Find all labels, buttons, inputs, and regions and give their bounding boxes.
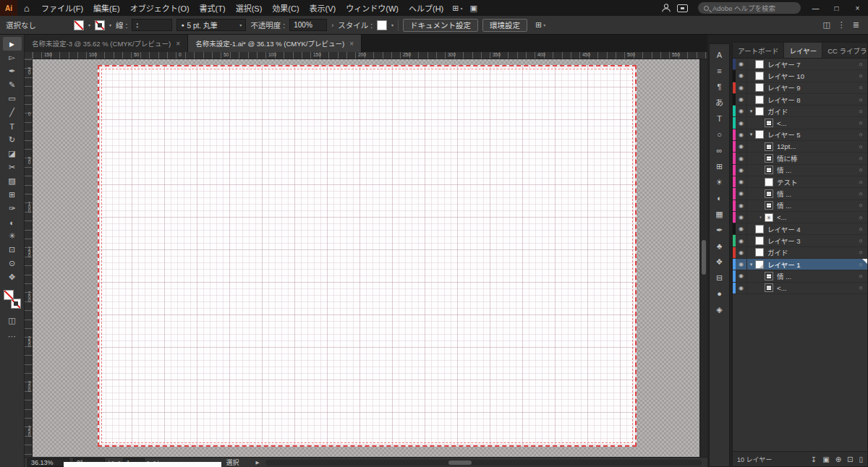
panel-tab[interactable]: レイヤー xyxy=(784,43,822,58)
fill-stroke-indicator[interactable] xyxy=(4,290,21,309)
menu-item[interactable]: 書式(T) xyxy=(195,0,231,16)
menu-item[interactable]: 効果(C) xyxy=(267,0,304,16)
eraser-tool[interactable]: ◪ xyxy=(3,147,22,160)
document-setup-button[interactable]: ドキュメント設定 xyxy=(403,19,478,32)
brushes-panel-icon[interactable]: ✒ xyxy=(716,226,723,235)
align-panel-icon[interactable]: ⊟ xyxy=(716,273,723,283)
rectangle-tool[interactable]: ▭ xyxy=(3,92,22,106)
target-circle-icon[interactable]: ○ xyxy=(854,284,867,291)
panel-tab[interactable]: CC ライブラリ xyxy=(822,43,868,58)
illustrator-app-icon[interactable]: Ai xyxy=(0,0,17,16)
fill-none-swatch[interactable] xyxy=(4,290,14,300)
appearance-panel-icon[interactable]: ○ xyxy=(717,130,722,140)
layer-name[interactable]: <... xyxy=(777,284,854,292)
layer-name[interactable]: テスト xyxy=(777,177,854,187)
visibility-toggle-icon[interactable]: ◉ xyxy=(736,247,747,258)
stroke-none-swatch[interactable] xyxy=(11,299,21,309)
visibility-toggle-icon[interactable]: ◉ xyxy=(736,106,747,116)
layer-row[interactable]: ◉ ▾ レイヤー 1 ○ xyxy=(733,259,867,270)
chevron-down-icon[interactable]: ▾ xyxy=(391,22,393,27)
fill-color-swatch[interactable] xyxy=(74,20,84,30)
layer-row[interactable]: ◉ ガイド ○ xyxy=(733,247,867,259)
visibility-toggle-icon[interactable]: ◉ xyxy=(736,70,747,81)
symbol-sprayer-tool[interactable]: ✳ xyxy=(3,229,22,243)
visibility-toggle-icon[interactable]: ◉ xyxy=(736,94,747,105)
menu-item[interactable]: ファイル(F) xyxy=(36,0,88,16)
visibility-toggle-icon[interactable]: ◉ xyxy=(736,212,747,223)
expand-arrow-icon[interactable]: ▾ xyxy=(747,262,755,267)
character-panel-icon[interactable]: A xyxy=(717,51,722,60)
document-tab[interactable]: 名称未設定-1.ai* @ 36.13 % (CMYK/プレビュー) × xyxy=(188,35,362,52)
target-circle-icon[interactable]: ○ xyxy=(854,84,867,91)
target-circle-icon[interactable]: ○ xyxy=(854,273,867,280)
vertical-scrollbar-thumb[interactable] xyxy=(702,240,706,275)
target-circle-icon[interactable]: ○ xyxy=(854,261,867,268)
minimize-button[interactable]: — xyxy=(805,0,826,16)
account-icon[interactable] xyxy=(661,3,671,13)
layer-row[interactable]: ◉ レイヤー 7 ○ xyxy=(733,59,867,70)
transparency-panel-icon[interactable]: ◐ xyxy=(717,194,722,203)
visibility-toggle-icon[interactable]: ◉ xyxy=(736,200,747,211)
layer-name[interactable]: 情 ... xyxy=(777,271,854,281)
layer-name[interactable]: レイヤー 5 xyxy=(767,129,854,140)
visibility-toggle-icon[interactable]: ◉ xyxy=(736,141,747,152)
layer-name[interactable]: 情 ... xyxy=(777,165,854,175)
visibility-toggle-icon[interactable]: ◉ xyxy=(736,283,747,294)
panel-tab[interactable]: アートボード xyxy=(733,43,784,58)
horizontal-scrollbar-thumb[interactable] xyxy=(448,460,472,465)
curvature-tool[interactable]: ✎ xyxy=(3,78,22,92)
visibility-toggle-icon[interactable]: ◉ xyxy=(736,165,747,176)
visibility-toggle-icon[interactable]: ◉ xyxy=(736,259,747,270)
paragraph-panel-icon[interactable]: ≡ xyxy=(717,67,721,76)
control-panel-menu-icon[interactable]: ⊞ ▾ xyxy=(532,20,549,30)
menu-item[interactable]: ヘルプ(H) xyxy=(404,0,448,16)
target-circle-icon[interactable]: ○ xyxy=(854,155,867,162)
target-circle-icon[interactable]: ○ xyxy=(854,119,867,127)
target-circle-icon[interactable]: ○ xyxy=(854,202,867,209)
layer-row[interactable]: ◉ 情 ... ○ xyxy=(733,188,867,200)
blend-tool[interactable]: ◐ xyxy=(3,215,22,229)
color-panel-icon[interactable]: ● xyxy=(717,289,722,299)
layer-name[interactable]: ガイド xyxy=(767,247,854,257)
collect-for-export-icon[interactable]: ↧ xyxy=(811,455,817,463)
horizontal-scrollbar[interactable] xyxy=(265,460,702,466)
menu-item[interactable]: 表示(V) xyxy=(305,0,341,16)
gradient-tool[interactable]: ▨ xyxy=(3,174,22,188)
layer-name[interactable]: 情 ... xyxy=(777,200,854,210)
visibility-toggle-icon[interactable]: ◉ xyxy=(736,223,747,234)
screen-share-icon[interactable] xyxy=(677,4,688,12)
visibility-toggle-icon[interactable]: ◉ xyxy=(736,176,747,187)
target-circle-icon[interactable]: ○ xyxy=(854,108,867,115)
home-icon[interactable]: ⌂ xyxy=(17,3,36,14)
target-circle-icon[interactable]: ○ xyxy=(854,143,867,150)
type-tool[interactable]: T xyxy=(3,119,22,133)
pattern-options-panel-icon[interactable]: ⊞ xyxy=(716,162,723,171)
opacity-input[interactable]: 100% xyxy=(289,19,327,31)
layer-row[interactable]: ◉ 12pt... ○ xyxy=(733,141,867,153)
target-circle-icon[interactable]: ○ xyxy=(854,166,867,173)
target-circle-icon[interactable]: ○ xyxy=(854,96,867,103)
layer-name[interactable]: レイヤー 1 xyxy=(767,260,854,270)
layer-name[interactable]: レイヤー 9 xyxy=(767,82,854,93)
target-circle-icon[interactable]: ○ xyxy=(854,190,867,197)
layer-name[interactable]: 12pt... xyxy=(777,142,854,150)
target-circle-icon[interactable]: ○ xyxy=(854,226,867,233)
rotate-tool[interactable]: ↻ xyxy=(3,133,22,147)
eyedropper-tool[interactable]: ✑ xyxy=(3,202,22,215)
status-expand-icon[interactable]: ▶ xyxy=(255,460,259,466)
layer-row[interactable]: ◉ レイヤー 3 ○ xyxy=(733,235,867,247)
direct-selection-tool[interactable]: ▻ xyxy=(3,51,22,64)
menu-item[interactable]: ウィンドウ(W) xyxy=(341,0,404,16)
close-tab-icon[interactable]: × xyxy=(349,40,354,48)
visibility-toggle-icon[interactable]: ◉ xyxy=(736,235,747,246)
layer-row[interactable]: ◉ レイヤー 4 ○ xyxy=(733,223,867,235)
layer-row[interactable]: ◉ <... ○ xyxy=(733,283,867,294)
target-circle-icon[interactable]: ○ xyxy=(854,179,867,186)
selection-tool[interactable]: ► xyxy=(3,37,22,51)
hand-tool[interactable]: ✥ xyxy=(3,270,22,284)
close-tab-icon[interactable]: × xyxy=(176,40,180,48)
pasteboard[interactable] xyxy=(33,59,699,457)
artboard-tool[interactable]: ⊡ xyxy=(3,243,22,257)
new-sublayer-icon[interactable]: ⊕ xyxy=(835,455,841,463)
layer-name[interactable]: レイヤー 7 xyxy=(767,59,854,69)
